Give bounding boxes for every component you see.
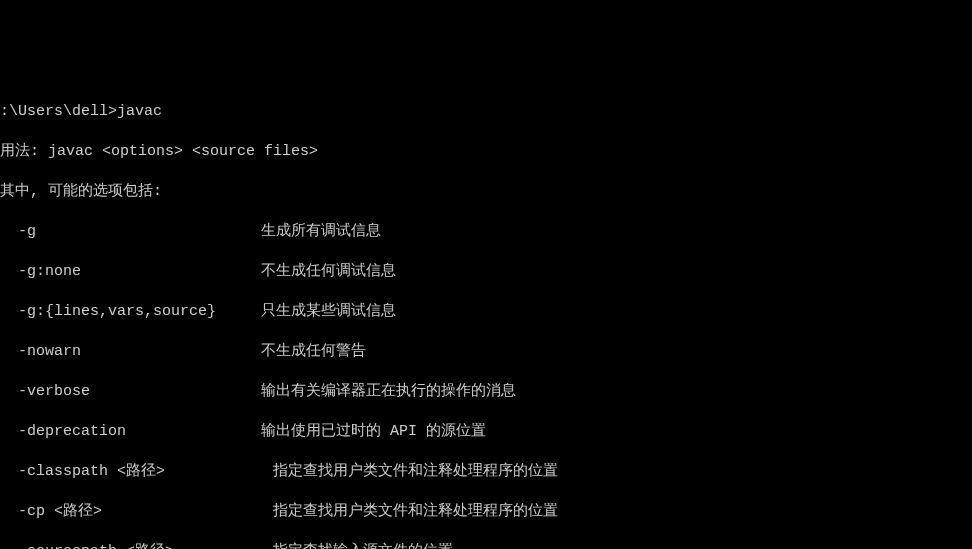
option-line: -deprecation 输出使用已过时的 API 的源位置	[0, 422, 972, 442]
usage-line: 用法: javac <options> <source files>	[0, 142, 972, 162]
option-line: -g:{lines,vars,source} 只生成某些调试信息	[0, 302, 972, 322]
option-line: -cp <路径> 指定查找用户类文件和注释处理程序的位置	[0, 502, 972, 522]
option-line: -sourcepath <路径> 指定查找输入源文件的位置	[0, 542, 972, 549]
command-line: :\Users\dell>javac	[0, 102, 972, 122]
options-header: 其中, 可能的选项包括:	[0, 182, 972, 202]
option-line: -verbose 输出有关编译器正在执行的操作的消息	[0, 382, 972, 402]
terminal-output: :\Users\dell>javac 用法: javac <options> <…	[0, 80, 972, 549]
option-line: -classpath <路径> 指定查找用户类文件和注释处理程序的位置	[0, 462, 972, 482]
option-line: -g 生成所有调试信息	[0, 222, 972, 242]
option-line: -g:none 不生成任何调试信息	[0, 262, 972, 282]
option-line: -nowarn 不生成任何警告	[0, 342, 972, 362]
